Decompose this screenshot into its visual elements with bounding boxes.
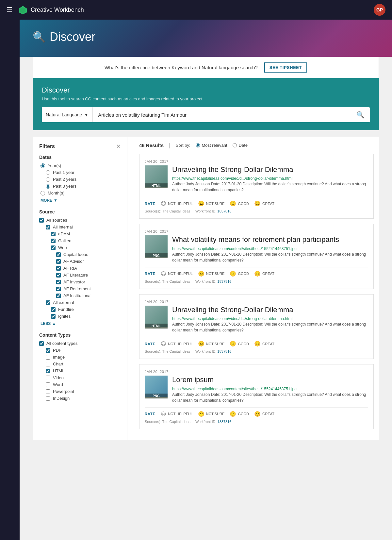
content-html-option[interactable]: HTML (39, 368, 121, 373)
source-af-retirement-option[interactable]: AF Retirement (39, 286, 121, 291)
date-past2yr-radio[interactable] (46, 177, 50, 182)
source-af-institutional-option[interactable]: AF Institutional (39, 293, 121, 298)
rating-not-sure[interactable]: 😐 NOT SURE (198, 341, 225, 347)
rating-not-sure[interactable]: 😐 NOT SURE (198, 411, 225, 417)
content-video-checkbox[interactable] (46, 376, 50, 380)
workfront-id-link[interactable]: 1837816 (218, 279, 232, 283)
result-url[interactable]: https://www.thecapitalideas.com/content/… (172, 246, 297, 251)
search-input[interactable] (93, 108, 351, 122)
rating-great[interactable]: 😊 GREAT (254, 411, 274, 417)
rating-not-helpful[interactable]: ☹ NOT HELPFUL (161, 271, 193, 277)
source-af-ria-checkbox[interactable] (56, 266, 61, 271)
sort-relevant-radio[interactable] (196, 143, 200, 147)
rating-good[interactable]: 🙂 GOOD (230, 341, 249, 347)
content-indesign-checkbox[interactable] (46, 396, 50, 401)
hamburger-menu[interactable]: ☰ (7, 6, 12, 14)
source-all-external-checkbox[interactable] (46, 300, 50, 305)
content-area: What's the difference between Keyword an… (20, 57, 392, 453)
content-indesign-label: InDesign (53, 396, 70, 401)
source-all-internal-option[interactable]: All internal (39, 225, 121, 229)
source-af-retirement-checkbox[interactable] (56, 287, 61, 291)
rating-not-sure[interactable]: 😐 NOT SURE (198, 271, 225, 277)
source-web-checkbox[interactable] (51, 245, 56, 250)
content-all-checkbox[interactable] (39, 341, 44, 346)
search-submit-button[interactable]: 🔍 (351, 111, 370, 119)
source-galileo-option[interactable]: Galileo (39, 238, 121, 243)
source-fundfire-option[interactable]: Fundfire (39, 307, 121, 312)
sort-relevant-option[interactable]: Most relevant (196, 143, 227, 148)
source-all-internal-label: All internal (53, 225, 73, 229)
source-af-literature-checkbox[interactable] (56, 273, 61, 278)
date-past3yr-option[interactable]: Past 3 years (39, 184, 121, 189)
rating-good[interactable]: 🙂 GOOD (230, 200, 249, 207)
source-ignites-checkbox[interactable] (51, 314, 56, 319)
source-af-literature-option[interactable]: AF Literature (39, 273, 121, 278)
rating-great[interactable]: 😊 GREAT (254, 271, 274, 277)
source-capital-ideas-option[interactable]: Capital Ideas (39, 252, 121, 257)
filters-close-icon[interactable]: ✕ (116, 143, 121, 149)
workfront-id-link[interactable]: 1837816 (218, 420, 232, 424)
content-pdf-checkbox[interactable] (46, 348, 50, 353)
rating-good[interactable]: 🙂 GOOD (230, 271, 249, 277)
rating-great[interactable]: 😊 GREAT (254, 200, 274, 207)
content-word-checkbox[interactable] (46, 382, 50, 387)
source-edam-checkbox[interactable] (51, 232, 56, 236)
content-all-option[interactable]: All content types (39, 341, 121, 346)
source-af-advisor-checkbox[interactable] (56, 259, 61, 264)
source-edam-option[interactable]: eDAM (39, 231, 121, 236)
source-ignites-option[interactable]: Ignites (39, 314, 121, 319)
content-chart-checkbox[interactable] (46, 362, 50, 366)
sort-date-radio[interactable] (233, 143, 237, 147)
dates-more-button[interactable]: MORE ▼ (39, 198, 57, 203)
rating-great[interactable]: 😊 GREAT (254, 341, 274, 347)
content-video-option[interactable]: Video (39, 375, 121, 380)
sort-date-option[interactable]: Date (233, 143, 248, 148)
source-af-ria-label: AF RIA (63, 266, 77, 271)
content-powerpoint-checkbox[interactable] (46, 389, 50, 394)
source-all-checkbox[interactable] (39, 218, 44, 223)
date-months-option[interactable]: Month(s) (39, 191, 121, 195)
date-past2yr-option[interactable]: Past 2 years (39, 177, 121, 182)
source-af-advisor-option[interactable]: AF Advisor (39, 259, 121, 264)
source-all-external-option[interactable]: All external (39, 300, 121, 305)
user-avatar[interactable]: GP (374, 4, 385, 16)
result-url[interactable]: https://www.thecapitalideas.com/video/d.… (172, 316, 292, 321)
rating-not-helpful[interactable]: ☹ NOT HELPFUL (161, 411, 193, 417)
source-all-internal-checkbox[interactable] (46, 225, 50, 229)
source-web-option[interactable]: Web (39, 245, 121, 250)
tipsheet-button[interactable]: SEE TIPSHEET (264, 62, 307, 73)
source-af-investor-checkbox[interactable] (56, 280, 61, 284)
content-html-checkbox[interactable] (46, 369, 50, 373)
source-capital-ideas-checkbox[interactable] (56, 252, 61, 257)
source-all-option[interactable]: All sources (39, 218, 121, 223)
rating-not-sure[interactable]: 😐 NOT SURE (198, 200, 225, 207)
workfront-id-link[interactable]: 1837816 (218, 349, 232, 353)
search-type-dropdown[interactable]: Natural Language ▼ (42, 107, 93, 122)
date-years-radio[interactable] (41, 163, 45, 168)
date-months-radio[interactable] (41, 191, 45, 195)
source-af-ria-option[interactable]: AF RIA (39, 266, 121, 271)
date-past3yr-radio[interactable] (46, 184, 50, 189)
result-url[interactable]: https://www.thecapitalideas.com/video/d.… (172, 176, 292, 181)
content-chart-option[interactable]: Chart (39, 362, 121, 366)
rating-not-helpful[interactable]: ☹ NOT HELPFUL (161, 341, 193, 347)
result-url[interactable]: https://www.thecapitalideas.com/content/… (172, 387, 297, 391)
source-all-label: All sources (46, 218, 67, 223)
content-image-checkbox[interactable] (46, 355, 50, 360)
content-powerpoint-option[interactable]: Powerpoint (39, 389, 121, 394)
source-less-button[interactable]: LESS ▲ (39, 321, 56, 326)
date-years-option[interactable]: Year(s) (39, 163, 121, 168)
rating-good[interactable]: 🙂 GOOD (230, 411, 249, 417)
content-indesign-option[interactable]: InDesign (39, 396, 121, 401)
source-af-institutional-checkbox[interactable] (56, 294, 61, 298)
content-image-option[interactable]: Image (39, 355, 121, 360)
content-pdf-option[interactable]: PDF (39, 348, 121, 353)
date-past1yr-radio[interactable] (46, 170, 50, 175)
rating-not-helpful[interactable]: ☹ NOT HELPFUL (161, 200, 193, 207)
source-af-investor-option[interactable]: AF Investor (39, 279, 121, 284)
workfront-id-link[interactable]: 1837816 (218, 209, 232, 213)
content-word-option[interactable]: Word (39, 382, 121, 387)
date-past1yr-option[interactable]: Past 1 year (39, 170, 121, 175)
source-fundfire-checkbox[interactable] (51, 307, 56, 312)
source-galileo-checkbox[interactable] (51, 239, 56, 243)
